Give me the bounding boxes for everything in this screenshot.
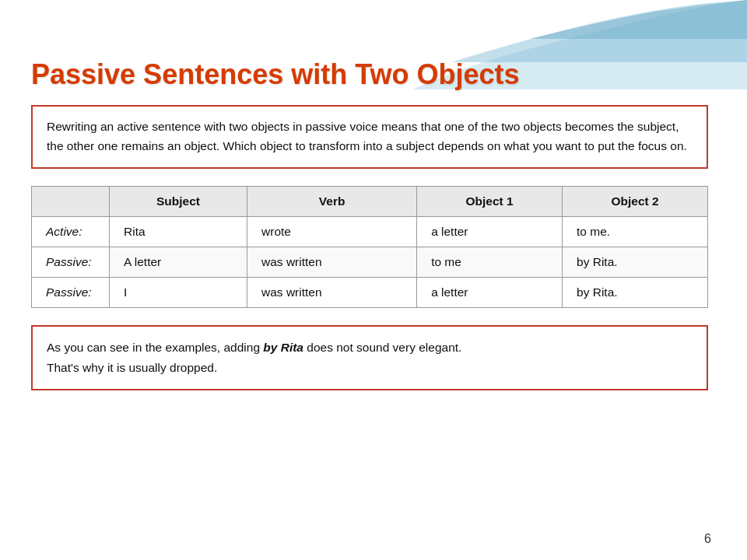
intro-text: Rewriting an active sentence with two ob…: [47, 120, 687, 152]
col-header-subject: Subject: [110, 186, 247, 216]
col-header-empty: [32, 186, 110, 216]
col-header-object1: Object 1: [417, 186, 563, 216]
col-header-object2: Object 2: [563, 186, 708, 216]
note-italic-text: by Rita: [263, 341, 303, 354]
note-text-before: As you can see in the examples, adding: [47, 341, 263, 354]
passive1-subject: A letter: [110, 247, 247, 277]
col-header-verb: Verb: [247, 186, 417, 216]
passive2-object1: a letter: [417, 277, 563, 307]
table-row: Passive: I was written a letter by Rita.: [32, 277, 708, 307]
active-verb: wrote: [247, 216, 417, 247]
active-object2: to me.: [563, 216, 708, 247]
active-object1: a letter: [417, 216, 563, 247]
passive1-object1: to me: [417, 247, 563, 277]
row-label-active: Active:: [32, 216, 110, 247]
note-text-line2: That's why it is usually dropped.: [47, 361, 217, 374]
page-number: 6: [704, 532, 711, 546]
passive2-verb: was written: [247, 277, 417, 307]
passive2-subject: I: [110, 277, 247, 307]
table-row: Passive: A letter was written to me by R…: [32, 247, 708, 277]
active-subject: Rita: [110, 216, 247, 247]
grammar-table: Subject Verb Object 1 Object 2 Active: R…: [31, 186, 708, 308]
note-box: As you can see in the examples, adding b…: [31, 325, 708, 391]
passive1-object2: by Rita.: [563, 247, 708, 277]
row-label-passive1: Passive:: [32, 247, 110, 277]
main-content: Passive Sentences with Two Objects Rewri…: [0, 0, 747, 406]
passive2-object2: by Rita.: [563, 277, 708, 307]
page-title: Passive Sentences with Two Objects: [31, 58, 716, 91]
row-label-passive2: Passive:: [32, 277, 110, 307]
note-text-after: does not sound very elegant.: [303, 341, 461, 354]
passive1-verb: was written: [247, 247, 417, 277]
table-row: Active: Rita wrote a letter to me.: [32, 216, 708, 247]
intro-box: Rewriting an active sentence with two ob…: [31, 105, 708, 169]
